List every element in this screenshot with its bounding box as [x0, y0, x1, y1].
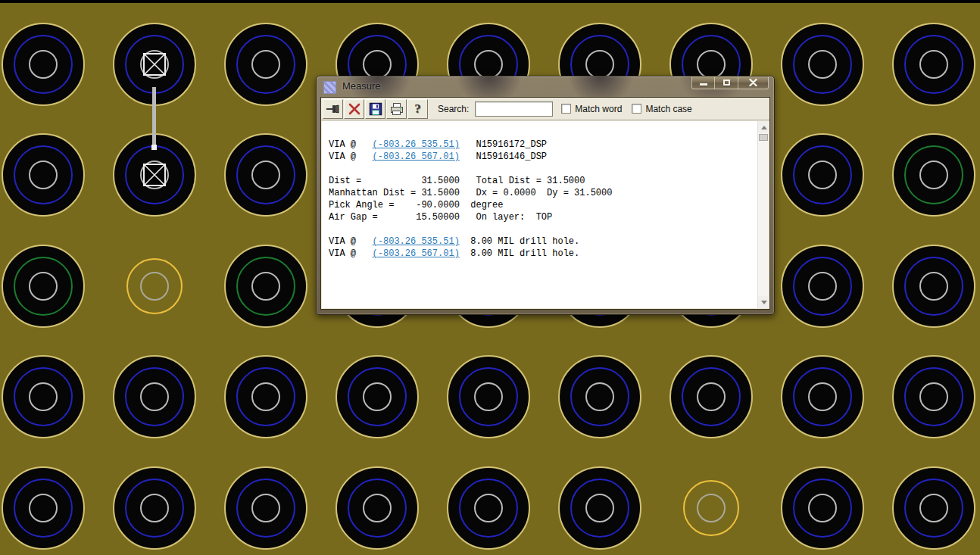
print-button[interactable]	[386, 99, 407, 119]
via-drill-hole	[919, 161, 948, 189]
scroll-down-button[interactable]	[758, 296, 769, 308]
via-drill-hole	[29, 50, 58, 79]
measure-output-line: Air Gap = 15.50000 On layer: TOP	[329, 211, 757, 223]
search-label: Search:	[438, 104, 469, 114]
measure-output-line: VIA @ (-803.26 567.01) 8.00 MIL drill ho…	[329, 248, 757, 260]
pad-hole	[140, 272, 169, 301]
via-drill-hole	[808, 272, 837, 301]
via-drill-hole	[363, 50, 392, 79]
via-drill-hole	[474, 50, 503, 79]
measure-output-line	[329, 126, 757, 139]
vertical-scrollbar[interactable]	[757, 121, 769, 308]
window-controls	[691, 76, 769, 89]
delete-button[interactable]	[344, 99, 364, 119]
via-drill-hole	[251, 494, 280, 522]
via-drill-hole	[363, 494, 392, 522]
via-drill-hole	[29, 272, 58, 301]
via-drill-hole	[29, 382, 58, 411]
help-button[interactable]: ?	[407, 99, 428, 119]
delete-x-icon	[348, 102, 361, 116]
measure-text: Dist = 31.5000 Total Dist = 31.5000	[329, 176, 585, 186]
coordinate-link[interactable]: (-803.26 535.51)	[373, 236, 460, 247]
via-drill-hole	[697, 50, 726, 79]
minimize-button[interactable]	[691, 76, 715, 89]
save-icon	[369, 102, 382, 116]
via-drill-hole	[251, 50, 280, 79]
via-drill-hole	[808, 161, 837, 189]
measure-output-line: Manhattan Dist = 31.5000 Dx = 0.0000 Dy …	[329, 187, 757, 199]
measure-output-text: VIA @ (-803.26 535.51) N15916172_DSPVIA …	[322, 121, 757, 308]
scroll-up-icon	[761, 126, 767, 129]
selected-via-x-marker	[142, 163, 167, 187]
measure-output-line: VIA @ (-803.26 535.51) 8.00 MIL drill ho…	[329, 235, 757, 248]
maximize-icon	[723, 80, 730, 86]
match-word-label: Match word	[575, 104, 622, 114]
measure-text: VIA @	[329, 139, 373, 150]
close-icon	[749, 79, 757, 86]
scroll-down-icon	[761, 301, 767, 304]
measure-text: Air Gap = 15.50000 On layer: TOP	[329, 212, 552, 223]
measure-dialog-icon[interactable]	[323, 81, 336, 94]
via-drill-hole	[140, 494, 169, 522]
selected-via-x-marker	[142, 52, 167, 76]
via-drill-hole	[585, 382, 614, 411]
via-drill-hole	[251, 272, 280, 301]
measure-text: N15916172_DSP	[460, 139, 547, 150]
via-drill-hole	[919, 272, 948, 301]
via-drill-hole	[808, 382, 837, 411]
measure-text: Pick Angle = -90.0000 degree	[329, 200, 503, 210]
help-icon: ?	[414, 102, 421, 115]
measure-text: Manhattan Dist = 31.5000 Dx = 0.0000 Dy …	[329, 188, 612, 198]
match-case-label: Match case	[645, 104, 691, 114]
via-drill-hole	[697, 382, 726, 411]
pcb-canvas: Measure	[0, 0, 980, 555]
via-drill-hole	[363, 382, 392, 411]
measure-dialog: Measure	[316, 76, 775, 315]
scroll-thumb[interactable]	[759, 134, 768, 141]
save-button[interactable]	[365, 99, 385, 119]
match-word-checkbox[interactable]	[561, 104, 571, 114]
close-button[interactable]	[738, 76, 769, 89]
pin-icon	[326, 102, 341, 116]
dialog-body: ? Search: Match word Match case VIA @ (-…	[320, 97, 770, 310]
measure-ruler-line	[152, 87, 156, 148]
pad-hole	[697, 494, 726, 522]
pin-button[interactable]	[323, 99, 343, 119]
measure-ruler-endpoint	[151, 145, 157, 150]
via-drill-hole	[251, 161, 280, 189]
measure-output-line	[329, 223, 757, 235]
via-drill-hole	[474, 494, 503, 522]
printer-icon	[389, 102, 404, 116]
via-drill-hole	[251, 382, 280, 411]
via-drill-hole	[140, 382, 169, 411]
via-drill-hole	[585, 50, 614, 79]
via-drill-hole	[474, 382, 503, 411]
measure-output-line: Pick Angle = -90.0000 degree	[329, 199, 757, 211]
coordinate-link[interactable]: (-803.26 567.01)	[373, 151, 460, 162]
match-case-checkbox[interactable]	[632, 104, 641, 114]
via-drill-hole	[808, 494, 837, 522]
output-area: VIA @ (-803.26 535.51) N15916172_DSPVIA …	[322, 121, 769, 308]
measure-text: VIA @	[329, 151, 373, 162]
dialog-toolbar: ? Search: Match word Match case	[321, 98, 769, 120]
measure-text: 8.00 MIL drill hole.	[460, 236, 579, 247]
maximize-button[interactable]	[715, 76, 738, 89]
via-drill-hole	[919, 382, 948, 411]
measure-text: N15916146_DSP	[460, 151, 547, 162]
measure-output-line: VIA @ (-803.26 535.51) N15916172_DSP	[329, 139, 757, 151]
via-drill-hole	[808, 50, 837, 79]
search-input[interactable]	[475, 101, 553, 117]
via-drill-hole	[919, 50, 948, 79]
measure-output-line: Dist = 31.5000 Total Dist = 31.5000	[329, 175, 757, 187]
scroll-up-button[interactable]	[758, 121, 769, 133]
coordinate-link[interactable]: (-803.26 535.51)	[373, 139, 460, 150]
via-drill-hole	[585, 494, 614, 522]
via-drill-hole	[29, 161, 58, 189]
dialog-title: Measure	[342, 76, 381, 96]
coordinate-link[interactable]: (-803.26 567.01)	[373, 248, 460, 259]
via-drill-hole	[919, 494, 948, 522]
measure-text: VIA @	[329, 248, 373, 259]
measure-text: VIA @	[329, 236, 373, 247]
measure-output-line	[329, 163, 757, 175]
measure-text: 8.00 MIL drill hole.	[460, 248, 579, 259]
